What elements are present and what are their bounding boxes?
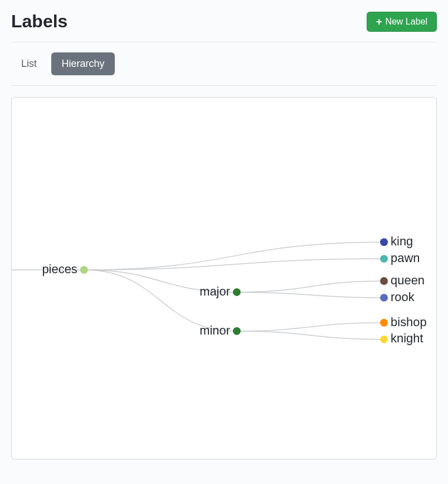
- tree-node-dot: [380, 336, 388, 343]
- tree-node-label: knight: [391, 331, 423, 345]
- tree-node-label: king: [391, 234, 413, 248]
- tree-node-queen[interactable]: queen: [380, 273, 425, 287]
- tree-node-king[interactable]: king: [380, 234, 413, 248]
- tree-node-dot: [380, 319, 388, 327]
- tree-node-dot: [80, 266, 88, 274]
- tree-node-dot: [233, 327, 241, 335]
- tree-node-label: queen: [391, 273, 425, 287]
- tree-node-dot: [380, 277, 388, 285]
- tree-node-major[interactable]: major: [199, 284, 241, 298]
- plus-icon: +: [376, 17, 382, 27]
- tree-link: [237, 281, 384, 292]
- tab-hierarchy[interactable]: Hierarchy: [51, 52, 114, 75]
- tab-list[interactable]: List: [11, 52, 47, 75]
- tree-node-label: minor: [199, 323, 230, 337]
- tree-node-dot: [233, 288, 241, 296]
- new-label-button[interactable]: + New Label: [367, 12, 437, 32]
- tree-node-label: bishop: [391, 315, 427, 329]
- tree-link: [84, 270, 237, 331]
- tree-link: [84, 242, 384, 270]
- hierarchy-canvas[interactable]: pieceskingpawnmajorqueenrookminorbishopk…: [11, 97, 437, 459]
- tree-link: [237, 292, 384, 298]
- tree-link: [237, 323, 384, 331]
- tree-node-label: rook: [391, 290, 415, 304]
- tree-node-pawn[interactable]: pawn: [380, 251, 420, 265]
- tree-node-rook[interactable]: rook: [380, 290, 415, 304]
- tree-node-dot: [380, 238, 388, 246]
- labels-page: Labels + New Label List Hierarchy pieces…: [0, 0, 448, 484]
- tree-node-knight[interactable]: knight: [380, 331, 423, 345]
- tree-node-label: pieces: [42, 262, 77, 276]
- tree-node-label: pawn: [391, 251, 420, 265]
- page-header: Labels + New Label: [11, 0, 437, 42]
- tree-node-pieces[interactable]: pieces: [42, 262, 87, 276]
- tree-node-label: major: [199, 284, 230, 298]
- tree-link: [237, 331, 384, 340]
- tree-node-dot: [380, 255, 388, 263]
- hierarchy-tree-svg: pieceskingpawnmajorqueenrookminorbishopk…: [12, 98, 436, 459]
- new-label-button-text: New Label: [385, 17, 427, 27]
- view-tabs: List Hierarchy: [11, 42, 437, 86]
- tree-link: [84, 259, 384, 270]
- tree-node-dot: [380, 294, 388, 302]
- tree-node-minor[interactable]: minor: [199, 323, 241, 337]
- page-title: Labels: [11, 11, 67, 32]
- tree-node-bishop[interactable]: bishop: [380, 315, 427, 329]
